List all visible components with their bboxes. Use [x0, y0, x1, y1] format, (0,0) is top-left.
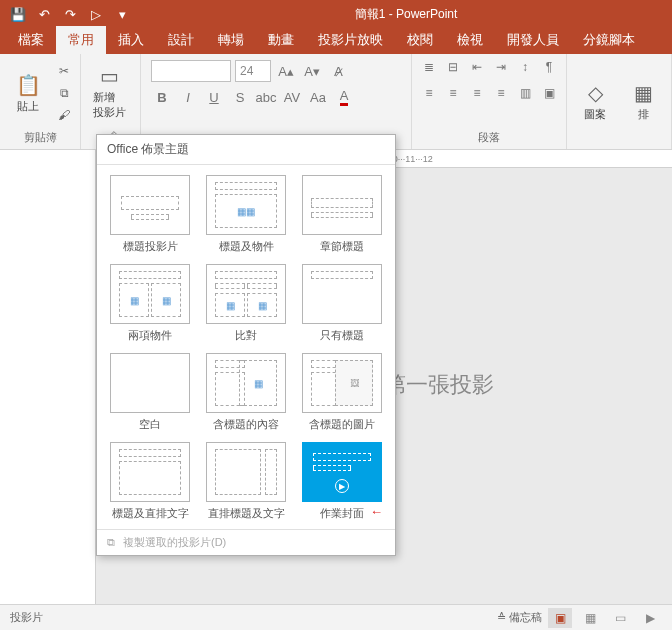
- view-slideshow-button[interactable]: ▶: [638, 608, 662, 628]
- view-normal-button[interactable]: ▣: [548, 608, 572, 628]
- cut-button[interactable]: ✂: [54, 61, 74, 81]
- paste-label: 貼上: [17, 99, 39, 114]
- save-button[interactable]: 💾: [6, 2, 30, 26]
- font-family-combo[interactable]: [151, 60, 231, 82]
- indent-dec-button[interactable]: ⇤: [466, 56, 488, 78]
- tab-design[interactable]: 設計: [156, 26, 206, 54]
- notes-button[interactable]: ≙ 備忘稿: [497, 610, 542, 625]
- new-slide-layout-dropdown: Office 佈景主題 標題投影片 ▦▦ 標題及物件 章節標題 ▦▦ 兩項物件 …: [96, 134, 396, 556]
- slide-tab-label[interactable]: 投影片: [10, 610, 43, 625]
- undo-button[interactable]: ↶: [32, 2, 56, 26]
- dropdown-footer-label: 複製選取的投影片(D): [123, 535, 226, 550]
- shadow-button[interactable]: abc: [255, 86, 277, 108]
- smartart-button[interactable]: ▣: [538, 82, 560, 104]
- tab-file[interactable]: 檔案: [6, 26, 56, 54]
- layout-title-vtext[interactable]: 標題及直排文字: [103, 438, 197, 525]
- tab-home[interactable]: 常用: [56, 26, 106, 54]
- layout-title-only[interactable]: 只有標題: [295, 260, 389, 347]
- new-slide-label: 新增 投影片: [93, 90, 126, 120]
- decrease-font-button[interactable]: A▾: [301, 60, 323, 82]
- new-slide-icon: ▭: [100, 64, 119, 88]
- align-left-button[interactable]: ≡: [418, 82, 440, 104]
- status-bar: 投影片 ≙ 備忘稿 ▣ ▦ ▭ ▶: [0, 604, 672, 630]
- bold-button[interactable]: B: [151, 86, 173, 108]
- layout-blank[interactable]: 空白: [103, 349, 197, 436]
- arrange-icon: ▦: [634, 81, 653, 105]
- spacing-button[interactable]: AV: [281, 86, 303, 108]
- slideshow-button[interactable]: ▷: [84, 2, 108, 26]
- increase-font-button[interactable]: A▴: [275, 60, 297, 82]
- clear-format-button[interactable]: A̷: [327, 60, 349, 82]
- arrange-button[interactable]: ▦ 排: [621, 67, 665, 137]
- layout-two-content[interactable]: ▦▦ 兩項物件: [103, 260, 197, 347]
- indent-inc-button[interactable]: ⇥: [490, 56, 512, 78]
- shapes-icon: ◇: [588, 81, 603, 105]
- qat-more-button[interactable]: ▾: [110, 2, 134, 26]
- shapes-label: 圖案: [584, 107, 606, 122]
- tab-animations[interactable]: 動畫: [256, 26, 306, 54]
- line-spacing-button[interactable]: ↕: [514, 56, 536, 78]
- slide-panel[interactable]: [0, 150, 96, 604]
- paste-icon: 📋: [16, 73, 41, 97]
- shapes-button[interactable]: ◇ 圖案: [573, 67, 617, 137]
- dropdown-footer[interactable]: ⧉ 複製選取的投影片(D): [97, 529, 395, 555]
- justify-button[interactable]: ≡: [490, 82, 512, 104]
- copy-button[interactable]: ⧉: [54, 83, 74, 103]
- font-color-button[interactable]: A: [333, 86, 355, 108]
- layout-vtitle-vtext[interactable]: 直排標題及文字: [199, 438, 293, 525]
- duplicate-icon: ⧉: [107, 536, 115, 549]
- tab-review[interactable]: 校閱: [395, 26, 445, 54]
- italic-button[interactable]: I: [177, 86, 199, 108]
- ribbon-tabs: 檔案 常用 插入 設計 轉場 動畫 投影片放映 校閱 檢視 開發人員 分鏡腳本: [0, 28, 672, 54]
- paste-button[interactable]: 📋 貼上: [6, 58, 50, 128]
- tab-view[interactable]: 檢視: [445, 26, 495, 54]
- layout-content-caption[interactable]: ▦ 含標題的內容: [199, 349, 293, 436]
- tab-transitions[interactable]: 轉場: [206, 26, 256, 54]
- new-slide-button[interactable]: ▭ 新增 投影片: [87, 57, 131, 127]
- view-reading-button[interactable]: ▭: [608, 608, 632, 628]
- change-case-button[interactable]: Aa: [307, 86, 329, 108]
- layout-work-cover[interactable]: ▶ 作業封面 ←: [295, 438, 389, 525]
- arrange-label: 排: [638, 107, 649, 122]
- window-title: 簡報1 - PowerPoint: [140, 6, 672, 23]
- tab-slideshow[interactable]: 投影片放映: [306, 26, 395, 54]
- underline-button[interactable]: U: [203, 86, 225, 108]
- layout-comparison[interactable]: ▦▦ 比對: [199, 260, 293, 347]
- tab-developer[interactable]: 開發人員: [495, 26, 571, 54]
- group-drawing: ◇ 圖案 ▦ 排: [567, 54, 672, 149]
- align-right-button[interactable]: ≡: [466, 82, 488, 104]
- font-size-combo[interactable]: 24: [235, 60, 271, 82]
- layout-section-header[interactable]: 章節標題: [295, 171, 389, 258]
- columns-button[interactable]: ▥: [514, 82, 536, 104]
- group-clipboard: 📋 貼上 ✂ ⧉ 🖌 剪貼簿: [0, 54, 81, 149]
- dropdown-header: Office 佈景主題: [97, 135, 395, 165]
- tab-insert[interactable]: 插入: [106, 26, 156, 54]
- layout-title-content[interactable]: ▦▦ 標題及物件: [199, 171, 293, 258]
- align-center-button[interactable]: ≡: [442, 82, 464, 104]
- layout-grid: 標題投影片 ▦▦ 標題及物件 章節標題 ▦▦ 兩項物件 ▦▦ 比對 只有標題 空…: [97, 165, 395, 529]
- layout-picture-caption[interactable]: 🖼 含標題的圖片: [295, 349, 389, 436]
- redo-button[interactable]: ↷: [58, 2, 82, 26]
- group-label-paragraph: 段落: [418, 130, 560, 147]
- text-direction-button[interactable]: ¶: [538, 56, 560, 78]
- tab-storyboard[interactable]: 分鏡腳本: [571, 26, 647, 54]
- group-paragraph: ≣ ⊟ ⇤ ⇥ ↕ ¶ ≡ ≡ ≡ ≡ ▥ ▣ 段落: [412, 54, 567, 149]
- view-sorter-button[interactable]: ▦: [578, 608, 602, 628]
- numbering-button[interactable]: ⊟: [442, 56, 464, 78]
- layout-title-slide[interactable]: 標題投影片: [103, 171, 197, 258]
- group-label-clipboard: 剪貼簿: [6, 130, 74, 147]
- strike-button[interactable]: S: [229, 86, 251, 108]
- quick-access-toolbar: 💾 ↶ ↷ ▷ ▾: [0, 2, 140, 26]
- title-bar: 💾 ↶ ↷ ▷ ▾ 簡報1 - PowerPoint: [0, 0, 672, 28]
- arrow-indicator-icon: ←: [370, 504, 383, 519]
- bullets-button[interactable]: ≣: [418, 56, 440, 78]
- format-painter-button[interactable]: 🖌: [54, 105, 74, 125]
